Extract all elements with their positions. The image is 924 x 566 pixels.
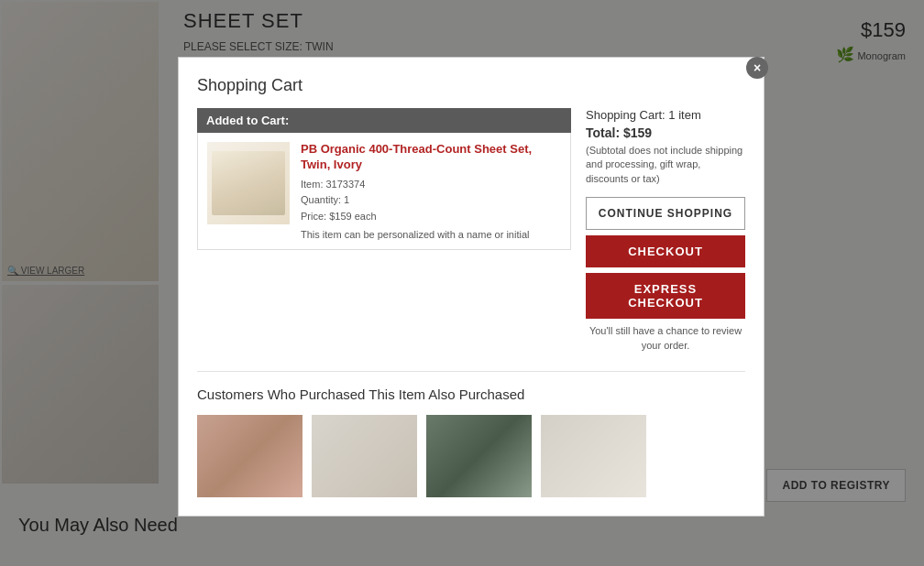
cart-right-section: Shopping Cart: 1 item Total: $159 (Subto… [586, 108, 745, 353]
also-purchased-item-4[interactable] [541, 415, 646, 497]
also-purchased-title: Customers Who Purchased This Item Also P… [197, 386, 745, 402]
cart-item-price: Price: $159 each [301, 209, 561, 225]
also-purchased-item-3[interactable] [426, 415, 532, 497]
cart-item-number: Item: 3173374 [301, 177, 561, 193]
added-to-cart-header: Added to Cart: [197, 108, 571, 133]
also-purchased-item-1[interactable] [197, 415, 302, 497]
close-modal-button[interactable]: × [746, 57, 768, 79]
shopping-cart-modal: Shopping Cart Added to Cart: PB Organic … [178, 57, 764, 517]
checkout-button[interactable]: CHECKOUT [586, 235, 745, 267]
cart-item-name: PB Organic 400-Thread-Count Sheet Set, T… [301, 142, 561, 173]
cart-item-quantity: Quantity: 1 [301, 192, 561, 209]
cart-summary: Shopping Cart: 1 item [586, 108, 745, 122]
also-purchased-section: Customers Who Purchased This Item Also P… [197, 371, 745, 497]
also-purchased-items [197, 415, 745, 497]
close-icon: × [754, 60, 761, 75]
cart-item-image-inner [212, 151, 285, 215]
modal-title: Shopping Cart [197, 76, 302, 95]
cart-item-box: PB Organic 400-Thread-Count Sheet Set, T… [197, 133, 571, 250]
cart-item-details: PB Organic 400-Thread-Count Sheet Set, T… [301, 142, 561, 240]
cart-total: Total: $159 [586, 125, 745, 140]
cart-item-image [207, 142, 290, 224]
cart-left-section: Added to Cart: PB Organic 400-Thread-Cou… [197, 108, 571, 353]
express-checkout-note: You'll still have a chance to review you… [586, 324, 745, 353]
also-purchased-item-2[interactable] [312, 415, 417, 497]
cart-subtotal-note: (Subtotal does not include shipping and … [586, 144, 745, 186]
express-checkout-button[interactable]: EXPRESS CHECKOUT [586, 273, 745, 319]
continue-shopping-button[interactable]: CONTINUE SHOPPING [586, 197, 745, 230]
modal-body: Added to Cart: PB Organic 400-Thread-Cou… [197, 108, 745, 353]
cart-item-personalize: This item can be personalized with a nam… [301, 229, 561, 240]
modal-header: Shopping Cart [197, 76, 745, 95]
